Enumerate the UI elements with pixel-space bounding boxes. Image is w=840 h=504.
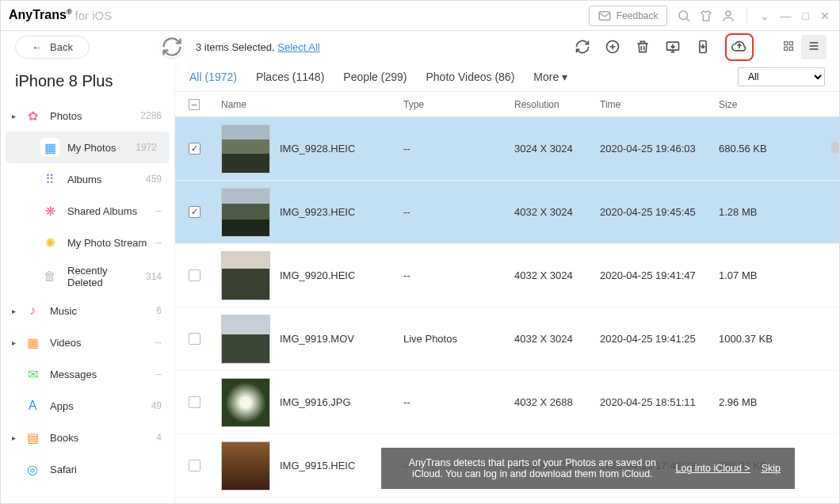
sidebar-label: Music	[50, 305, 156, 317]
thumbnail	[221, 441, 270, 491]
file-name: IMG_9928.HEIC	[280, 143, 355, 155]
thumbnail	[221, 315, 270, 364]
app-platform: for iOS	[75, 9, 113, 22]
to-icloud-button[interactable]	[725, 33, 754, 61]
to-pc-icon[interactable]	[665, 39, 681, 55]
app-title: AnyTrans®	[9, 8, 72, 22]
table-row[interactable]: ✓IMG_9923.HEIC--4032 X 30242020-04-25 19…	[175, 181, 839, 244]
category-icon: ✺	[40, 233, 59, 252]
select-all-link[interactable]: Select All	[277, 41, 319, 53]
delete-icon[interactable]	[635, 39, 651, 55]
col-name[interactable]: Name	[213, 99, 403, 110]
sidebar-item-books[interactable]: ▸▤Books4	[1, 422, 174, 453]
table-row[interactable]: ✓IMG_9928.HEIC--3024 X 30242020-04-25 19…	[175, 117, 839, 181]
sidebar-item-apps[interactable]: AApps49	[1, 390, 174, 422]
sidebar-item-albums[interactable]: ⠿Albums459	[1, 163, 174, 195]
row-checkbox[interactable]: ✓	[189, 143, 200, 155]
table-header: – Name Type Resolution Time Size	[175, 92, 839, 117]
more-dropdown[interactable]: More ▾	[533, 71, 567, 83]
row-checkbox[interactable]	[189, 396, 200, 408]
search-icon[interactable]	[677, 9, 691, 23]
sidebar-item-my-photo-stream[interactable]: ✺My Photo Stream--	[1, 227, 174, 258]
file-size: 1.28 MB	[719, 206, 806, 218]
skip-link[interactable]: Skip	[762, 463, 781, 474]
svg-point-2	[726, 11, 731, 16]
sidebar-item-messages[interactable]: ✉Messages--	[1, 358, 174, 390]
file-name: IMG_9915.HEIC	[280, 460, 355, 472]
col-time[interactable]: Time	[600, 99, 719, 110]
row-checkbox[interactable]: ✓	[189, 206, 200, 218]
app-name: AnyTrans	[9, 9, 67, 22]
sidebar-label: Safari	[50, 464, 162, 475]
file-type: --	[403, 396, 514, 408]
file-time: 2020-04-25 19:41:25	[600, 333, 719, 345]
notif-message: AnyTrans detects that parts of your Phot…	[395, 457, 670, 479]
category-icon: ▤	[23, 428, 42, 447]
sidebar-label: Photos	[50, 110, 140, 122]
minimize-button[interactable]: —	[779, 10, 793, 22]
sidebar-count: 6	[156, 305, 162, 316]
table-row[interactable]: IMG_9919.MOVLive Photos4032 X 30242020-0…	[175, 307, 839, 371]
to-device-icon[interactable]	[695, 39, 711, 55]
dropdown-icon[interactable]: ⌄	[758, 10, 771, 22]
sidebar-count: 314	[146, 271, 162, 282]
sidebar-item-my-photos[interactable]: ▦My Photos1972	[6, 132, 170, 163]
shirt-icon[interactable]	[699, 9, 713, 23]
sidebar-count: 1972	[136, 142, 157, 153]
thumbnail	[221, 378, 270, 427]
table-row[interactable]: IMG_9920.HEIC--4032 X 30242020-04-25 19:…	[175, 244, 839, 307]
thumbnail	[221, 188, 270, 237]
file-time: 2020-04-25 19:41:47	[600, 269, 719, 281]
file-type: --	[403, 143, 514, 155]
file-type: --	[403, 269, 514, 281]
col-size[interactable]: Size	[719, 99, 806, 110]
sidebar-item-photos[interactable]: ▸✿Photos2286	[1, 100, 174, 132]
row-checkbox[interactable]	[189, 269, 200, 281]
sidebar: iPhone 8 Plus ▸✿Photos2286▦My Photos1972…	[1, 63, 175, 504]
list-view-button[interactable]	[801, 35, 827, 59]
scrollbar[interactable]	[831, 142, 839, 153]
sidebar-item-shared-albums[interactable]: ❋Shared Albums--	[1, 195, 174, 227]
tab-all[interactable]: All (1972)	[189, 71, 237, 83]
tab-places[interactable]: Places (1148)	[256, 71, 324, 83]
col-resolution[interactable]: Resolution	[514, 99, 600, 110]
login-icloud-link[interactable]: Log into iCloud >	[676, 463, 750, 474]
row-checkbox[interactable]	[189, 460, 200, 472]
icloud-notification: AnyTrans detects that parts of your Phot…	[381, 448, 795, 489]
user-icon[interactable]	[721, 9, 735, 23]
close-button[interactable]: ✕	[819, 10, 831, 22]
sidebar-item-videos[interactable]: ▸▦Videos--	[1, 326, 174, 358]
sidebar-item-music[interactable]: ▸♪Music6	[1, 295, 174, 326]
refresh-button[interactable]	[161, 36, 183, 58]
file-resolution: 4032 X 2688	[514, 396, 600, 408]
row-checkbox[interactable]	[189, 333, 200, 345]
cloud-upload-icon	[731, 38, 747, 54]
chevron-icon: ▸	[12, 338, 20, 347]
table-row[interactable]: IMG_9916.JPG--4032 X 26882020-04-25 18:5…	[175, 371, 839, 434]
sidebar-label: Shared Albums	[67, 205, 155, 217]
add-icon[interactable]	[605, 39, 620, 55]
category-icon: 🗑	[40, 267, 59, 286]
sidebar-item-safari[interactable]: ◎Safari	[1, 453, 174, 485]
tab-people[interactable]: People (299)	[343, 71, 407, 83]
tab-photo[interactable]: Photo Videos (86)	[426, 71, 514, 83]
sync-icon[interactable]	[575, 39, 590, 55]
sidebar-label: Messages	[50, 368, 155, 380]
file-name: IMG_9919.MOV	[280, 333, 354, 345]
category-icon: ◎	[23, 460, 42, 479]
device-name: iPhone 8 Plus	[1, 67, 174, 100]
feedback-button[interactable]: Feedback	[589, 6, 667, 26]
sidebar-count: --	[155, 237, 162, 248]
file-name: IMG_9920.HEIC	[280, 269, 355, 281]
sidebar-label: My Photo Stream	[67, 237, 155, 249]
sidebar-count: --	[155, 205, 162, 216]
col-type[interactable]: Type	[403, 99, 514, 110]
category-icon: ✿	[23, 106, 42, 125]
chevron-icon: ▸	[12, 112, 20, 120]
select-all-checkbox[interactable]: –	[189, 99, 200, 110]
sidebar-item-recently-deleted[interactable]: 🗑Recently Deleted314	[1, 258, 174, 295]
back-button[interactable]: ← Back	[15, 36, 90, 59]
filter-dropdown[interactable]: All	[738, 67, 825, 86]
maximize-button[interactable]: □	[801, 10, 811, 22]
grid-view-button[interactable]	[776, 35, 801, 59]
